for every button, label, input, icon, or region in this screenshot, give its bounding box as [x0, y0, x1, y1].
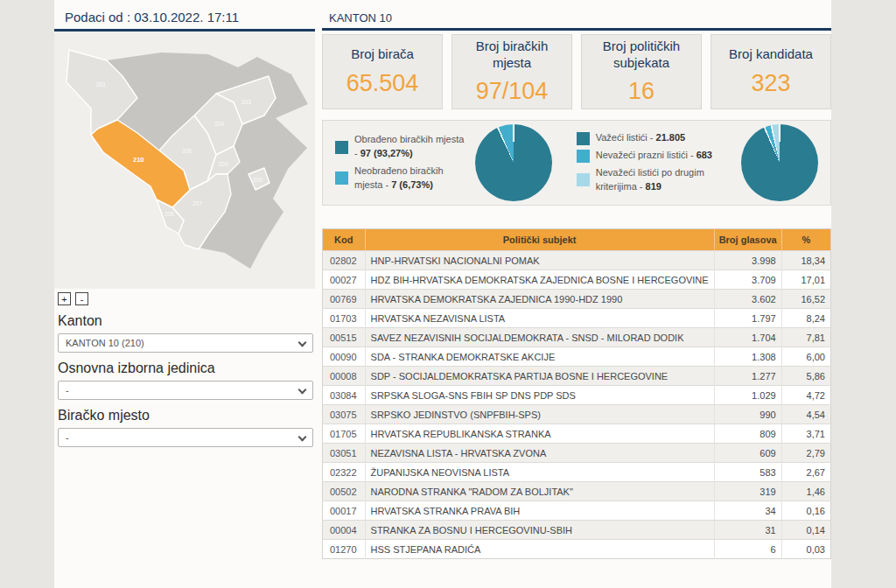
- cell-percent: 18,34: [781, 251, 830, 270]
- cell-politicki-subjekt: NARODNA STRANKA "RADOM ZA BOLJITAK": [365, 482, 714, 501]
- legend-item: Neobrađeno biračkih mjesta - 7 (6,73%): [335, 164, 465, 192]
- table-row: 03051NEZAVISNA LISTA - HRVATSKA ZVONA609…: [323, 444, 831, 463]
- table-row: 03084SRPSKA SLOGA-SNS FBIH SP DNS PDP SD…: [323, 386, 831, 405]
- cell-percent: 0,14: [781, 521, 830, 540]
- kanton-title: KANTON 10: [322, 5, 831, 31]
- cell-kod: 02802: [323, 251, 366, 270]
- cell-broj-glasova: 609: [714, 444, 781, 463]
- stat-label: Broj birača: [346, 46, 419, 63]
- table-row: 03075SRPSKO JEDINSTVO (SNPFBIH-SPS)9904,…: [323, 405, 831, 424]
- cell-politicki-subjekt: HDZ BIH-HRVATSKA DEMOKRATSKA ZAJEDNICA B…: [365, 270, 714, 290]
- cell-politicki-subjekt: HNP-HRVATSKI NACIONALNI POMAK: [365, 251, 714, 270]
- cell-percent: 17,01: [781, 270, 830, 290]
- table-row: 00502NARODNA STRANKA "RADOM ZA BOLJITAK"…: [323, 482, 831, 501]
- cell-broj-glasova: 809: [714, 424, 781, 444]
- cell-percent: 2,79: [781, 444, 830, 463]
- stat-label: Broj kandidata: [724, 46, 818, 63]
- header-broj-glasova: Broj glasova: [714, 229, 781, 251]
- cell-broj-glasova: 3.602: [714, 290, 781, 309]
- cell-percent: 0,03: [781, 540, 830, 559]
- cell-broj-glasova: 583: [714, 463, 781, 482]
- kanton-filter-label: Kanton: [58, 313, 312, 329]
- biracko-mjesto-select[interactable]: -: [58, 428, 313, 447]
- stat-broj-biraca: Broj birača 65.504: [322, 34, 443, 109]
- cell-politicki-subjekt: SRPSKA SLOGA-SNS FBIH SP DNS PDP SDS: [365, 386, 714, 405]
- map-zoom-out-button[interactable]: -: [75, 292, 88, 305]
- cell-percent: 6,00: [781, 347, 830, 367]
- map-region-label: 209: [219, 161, 228, 167]
- cell-percent: 8,24: [781, 309, 830, 328]
- cell-percent: 0,16: [781, 501, 830, 521]
- cell-broj-glasova: 31: [714, 521, 781, 540]
- izborna-jedinica-select[interactable]: -: [58, 381, 313, 400]
- cell-broj-glasova: 34: [714, 501, 781, 521]
- cell-kod: 01270: [323, 540, 366, 559]
- legend-swatch-icon: [577, 150, 590, 163]
- map-region-label: 201: [96, 81, 106, 88]
- cell-politicki-subjekt: STRANKA ZA BOSNU I HERCEGOVINU-SBIH: [365, 521, 714, 540]
- map-region-label: 205: [253, 177, 262, 183]
- cell-politicki-subjekt: SAVEZ NEZAVISNIH SOCIJALDEMOKRATA - SNSD…: [365, 328, 714, 347]
- stats-strip: Broj birača 65.504 Broj biračkih mjesta …: [322, 34, 831, 109]
- legend-item: Važeći listići - 21.805: [577, 131, 725, 145]
- cell-broj-glasova: 1.797: [714, 309, 781, 328]
- table-row: 00515SAVEZ NEZAVISNIH SOCIJALDEMOKRATA -…: [323, 328, 831, 347]
- cell-broj-glasova: 319: [714, 482, 781, 501]
- legend-swatch-icon: [577, 132, 590, 145]
- cell-broj-glasova: 6: [714, 540, 781, 559]
- map-zoom-in-button[interactable]: +: [58, 292, 71, 305]
- cell-kod: 00027: [323, 270, 366, 290]
- cell-percent: 4,72: [781, 386, 830, 405]
- bosnia-map-svg: 201203204205206207208209210: [54, 32, 315, 289]
- data-timestamp-header: Podaci od : 03.10.2022. 17:11: [54, 4, 315, 32]
- results-table-header-row: Kod Politički subjekt Broj glasova %: [323, 229, 831, 251]
- legend-text: Obrađeno biračkih mjesta - 97 (93,27%): [354, 133, 465, 161]
- ballots-pie-chart: [741, 124, 818, 201]
- legend-swatch-icon: [335, 172, 348, 185]
- cell-kod: 03084: [323, 386, 366, 405]
- table-row: 02322ŽUPANIJSKA NEOVISNA LISTA5832,67: [323, 463, 831, 482]
- cell-kod: 00502: [323, 482, 366, 501]
- cell-broj-glasova: 3.998: [714, 251, 781, 270]
- cell-politicki-subjekt: HRVATSKA REPUBLIKANSKA STRANKA: [365, 424, 714, 444]
- polling-stations-legend: Obrađeno biračkih mjesta - 97 (93,27%)Ne…: [335, 130, 465, 196]
- table-row: 01705HRVATSKA REPUBLIKANSKA STRANKA8093,…: [323, 424, 831, 444]
- cell-percent: 4,54: [781, 405, 830, 424]
- kanton-select[interactable]: KANTON 10 (210): [58, 333, 313, 353]
- cell-broj-glasova: 3.709: [714, 270, 781, 290]
- cell-politicki-subjekt: HRVATSKA STRANKA PRAVA BIH: [365, 501, 714, 521]
- cell-percent: 3,71: [781, 424, 830, 444]
- cell-politicki-subjekt: ŽUPANIJSKA NEOVISNA LISTA: [365, 463, 714, 482]
- map-region-label: 210: [133, 156, 144, 164]
- table-row: 01270HSS STJEPANA RADIĆA60,03: [323, 540, 831, 559]
- right-column: KANTON 10 Broj birača 65.504 Broj biračk…: [322, 0, 831, 559]
- table-row: 00008SDP - SOCIJALDEMOKRATSKA PARTIJA BO…: [323, 367, 831, 386]
- stat-label: Broj biračkih mjesta: [452, 38, 571, 72]
- cell-broj-glasova: 1.704: [714, 328, 781, 347]
- table-row: 01703HRVATSKA NEZAVISNA LISTA1.7978,24: [323, 309, 831, 328]
- izborna-jedinica-filter-label: Osnovna izborna jedinica: [58, 360, 312, 376]
- cell-percent: 7,81: [781, 328, 830, 347]
- cell-broj-glasova: 990: [714, 405, 781, 424]
- cell-kod: 00017: [323, 501, 366, 521]
- cell-percent: 16,52: [781, 290, 830, 309]
- left-column: Podaci od : 03.10.2022. 17:11 20120: [54, 0, 315, 588]
- cell-kod: 00515: [323, 328, 366, 347]
- map-panel: 201203204205206207208209210: [54, 32, 315, 289]
- map-region-label: 203: [242, 99, 251, 105]
- header-percent: %: [781, 229, 830, 251]
- map-region-label: 208: [164, 211, 174, 217]
- cell-politicki-subjekt: HSS STJEPANA RADIĆA: [365, 540, 714, 559]
- legend-text: Nevažeći listići po drugim kriterijima -…: [596, 166, 725, 194]
- table-row: 00090SDA - STRANKA DEMOKRATSKE AKCIJE1.3…: [323, 347, 831, 367]
- table-row: 00027HDZ BIH-HRVATSKA DEMOKRATSKA ZAJEDN…: [323, 270, 831, 290]
- legend-item: Obrađeno biračkih mjesta - 97 (93,27%): [335, 133, 465, 161]
- cell-kod: 01703: [323, 309, 366, 328]
- table-row: 00004STRANKA ZA BOSNU I HERCEGOVINU-SBIH…: [323, 521, 831, 540]
- results-table: Kod Politički subjekt Broj glasova % 028…: [322, 228, 831, 559]
- stat-birackih-mjesta: Broj biračkih mjesta 97/104: [452, 34, 572, 109]
- cell-percent: 2,67: [781, 463, 830, 482]
- content-area: Podaci od : 03.10.2022. 17:11 20120: [54, 0, 831, 588]
- cell-broj-glasova: 1.277: [714, 367, 781, 386]
- cell-percent: 1,46: [781, 482, 830, 501]
